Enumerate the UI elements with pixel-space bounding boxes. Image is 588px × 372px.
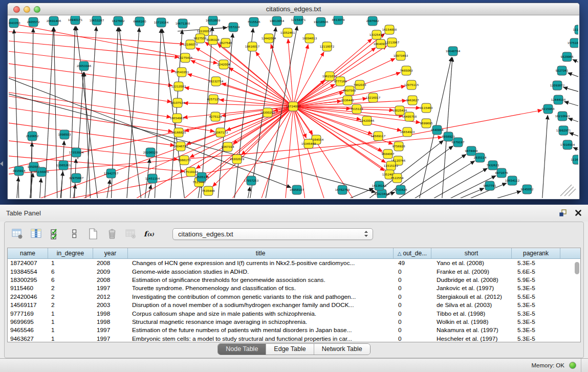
minimize-window-button[interactable] bbox=[24, 6, 30, 13]
table-panel-body: f (x) citations_edges.txt namein_degreey… bbox=[4, 222, 584, 358]
graph-node-label: 12118072 bbox=[320, 45, 334, 48]
graph-node-label: 18724007 bbox=[286, 105, 301, 108]
new-table-icon[interactable] bbox=[86, 227, 100, 240]
table-cell: Estimation of the future numbers of pati… bbox=[129, 326, 396, 334]
column-header-out-de-[interactable]: △out_de... bbox=[394, 248, 431, 258]
table-cell: Estimation of significance thresholds fo… bbox=[129, 276, 396, 283]
graph-node-label: 16654923 bbox=[400, 130, 415, 134]
table-row[interactable]: 969969511998Structural magnetic resonanc… bbox=[8, 318, 580, 326]
table-row[interactable]: 1456911722003Disruption of a novel membe… bbox=[8, 301, 580, 309]
tab-node-table[interactable]: Node Table bbox=[218, 344, 266, 355]
graph-node-label: 9227341 bbox=[556, 69, 569, 72]
graph-node-label: 12213583 bbox=[171, 85, 186, 88]
graph-node-label: 12442004 bbox=[262, 37, 276, 40]
graph-node-label: 9457791 bbox=[484, 184, 496, 187]
network-canvas[interactable]: 1843350240557220691406189401711065328715… bbox=[9, 16, 578, 198]
graph-node-label: 12213967 bbox=[385, 41, 400, 44]
graph-node-label: 12923448 bbox=[375, 192, 389, 195]
table-cell: Corpus callosum shape and size in male p… bbox=[129, 310, 396, 317]
table-row[interactable]: 977716911998Corpus callosum shape and si… bbox=[8, 309, 580, 317]
graph-node-label: 4257125 bbox=[207, 98, 220, 101]
table-row[interactable]: 911546021997Tourette syndrome. Phenomeno… bbox=[8, 284, 580, 292]
table-cell: 1 bbox=[49, 310, 94, 317]
status-divider bbox=[581, 359, 581, 372]
graph-node-label: 1527602 bbox=[112, 19, 125, 23]
graph-node-label: 2087682 bbox=[366, 19, 379, 23]
graph-node-label: 17519104 bbox=[184, 170, 199, 173]
table-row[interactable]: 946362711997Embryonic stem cells: a mode… bbox=[8, 335, 580, 342]
table-row[interactable]: 1938455462009Genome-wide association stu… bbox=[8, 267, 580, 275]
table-cell: Changes of HCN gene expression and I(f) … bbox=[129, 259, 396, 267]
table-cell: 5.3E-5 bbox=[515, 285, 564, 292]
graph-edge bbox=[293, 106, 306, 198]
table-scrollbar[interactable] bbox=[575, 260, 579, 342]
graph-node-label: 2242004 bbox=[217, 63, 230, 66]
graph-edge bbox=[31, 28, 33, 198]
graph-node-label: 6466160 bbox=[134, 20, 146, 23]
graph-node-label: 9474444 bbox=[465, 149, 478, 152]
zoom-window-button[interactable] bbox=[34, 6, 40, 13]
delete-table-icon[interactable] bbox=[105, 227, 119, 240]
column-chooser-icon[interactable] bbox=[68, 227, 81, 240]
network-graph[interactable]: 1843350240557220691406189401711065328715… bbox=[9, 16, 578, 198]
graph-node-label: 6497568 bbox=[343, 89, 356, 92]
graph-edge bbox=[9, 92, 171, 117]
table-cell: 9465546 bbox=[8, 326, 49, 334]
close-window-button[interactable] bbox=[13, 6, 20, 13]
float-panel-icon[interactable] bbox=[558, 208, 568, 217]
memory-status-indicator[interactable] bbox=[569, 362, 576, 369]
table-panel: Table Panel bbox=[0, 205, 588, 372]
graph-node-label: 13216017 bbox=[366, 96, 381, 99]
graph-node-label: 13325419 bbox=[369, 33, 384, 36]
graph-edge bbox=[85, 27, 96, 198]
table-selector-dropdown[interactable]: citations_edges.txt bbox=[172, 228, 373, 240]
graph-node-label: 7515123 bbox=[351, 107, 363, 111]
table-row[interactable]: 2242004622012Investigating the contribut… bbox=[8, 293, 580, 301]
column-header-short[interactable]: short bbox=[431, 248, 512, 258]
graph-node-label: 1112534 bbox=[573, 28, 578, 31]
table-cell: 1998 bbox=[94, 310, 129, 317]
table-row[interactable]: 1830029562008Estimation of significance … bbox=[8, 276, 580, 284]
graph-node-label: 17957253 bbox=[244, 179, 259, 182]
graph-node-label: 1116753 bbox=[571, 158, 578, 161]
table-cell: 1998 bbox=[94, 318, 129, 325]
close-panel-icon[interactable] bbox=[574, 208, 583, 217]
table-row[interactable]: 1872400712008Changes of HCN gene express… bbox=[8, 259, 580, 267]
table-row[interactable]: 946554611997Estimation of the future num… bbox=[8, 326, 580, 334]
graph-node-label: 20053346 bbox=[77, 64, 92, 68]
graph-node-label: 19166825 bbox=[171, 131, 186, 134]
graph-node-label: 22420046 bbox=[360, 119, 375, 122]
graph-node-label: 9699695 bbox=[420, 122, 433, 125]
table-cell: 0 bbox=[396, 293, 434, 300]
column-header-year[interactable]: year bbox=[93, 248, 128, 258]
function-builder-icon[interactable]: f (x) bbox=[143, 227, 157, 240]
graph-edge bbox=[569, 133, 578, 139]
table-cell: 0 bbox=[396, 276, 434, 283]
graph-node-label: 2935114 bbox=[474, 156, 487, 159]
graph-node-label: 15345448 bbox=[301, 142, 316, 145]
tab-network-table[interactable]: Network Table bbox=[314, 344, 370, 355]
graph-node-label: 18616017 bbox=[245, 45, 260, 48]
column-header-pagerank[interactable]: pagerank bbox=[512, 248, 560, 258]
table-mode-icon[interactable] bbox=[11, 227, 24, 240]
column-header-title[interactable]: title bbox=[128, 248, 394, 258]
scrollbar-thumb[interactable] bbox=[575, 262, 579, 274]
column-header-in-degree[interactable]: in_degree bbox=[48, 248, 93, 258]
window-titlebar[interactable]: citations_edges.txt bbox=[8, 3, 579, 15]
splitter-collapse-handle[interactable] bbox=[0, 161, 3, 166]
resize-grip[interactable] bbox=[560, 185, 576, 196]
graph-node-label: 12226058 bbox=[197, 30, 212, 33]
column-header-name[interactable]: name bbox=[8, 248, 48, 258]
graph-edge bbox=[78, 72, 83, 159]
graph-node-label: 9329966 bbox=[561, 55, 574, 58]
select-all-icon[interactable] bbox=[49, 227, 62, 240]
show-columns-icon[interactable] bbox=[30, 227, 43, 240]
graph-node-label: 4275124 bbox=[209, 115, 222, 118]
table-cell: 0 bbox=[396, 310, 434, 317]
table-cell: Jankovic et al. (1997) bbox=[434, 285, 515, 292]
graph-edge bbox=[542, 115, 548, 198]
graph-node-label: 12505135 bbox=[194, 176, 209, 179]
graph-node-label: 9115460 bbox=[420, 106, 433, 110]
table-cell: de Silva et al. (2003) bbox=[434, 301, 515, 309]
tab-edge-table[interactable]: Edge Table bbox=[266, 344, 314, 355]
